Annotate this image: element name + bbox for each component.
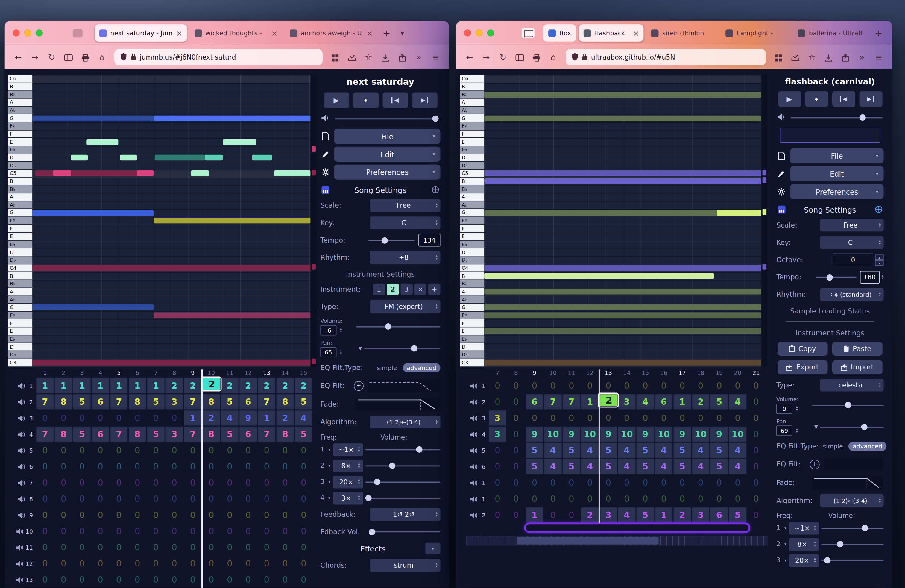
channel-mute-button[interactable]: 8 [9,491,36,507]
file-menu-button[interactable]: File▾ [790,148,883,164]
pattern-cell[interactable]: 8 [276,394,294,410]
tab-box[interactable]: Box [543,24,576,41]
note-bar[interactable] [484,265,761,271]
piano-key[interactable]: B♭ [8,280,32,288]
pattern-cell[interactable]: 0 [91,507,110,523]
bar-number[interactable]: 17 [673,369,692,378]
piano-key[interactable]: A♭ [8,296,32,304]
lock-icon[interactable] [130,52,136,63]
pattern-cell[interactable]: 3 [599,507,618,523]
pattern-cell[interactable]: 0 [747,491,765,507]
pattern-cell[interactable]: 5 [673,458,692,475]
pattern-cell[interactable]: 0 [147,442,165,458]
pattern-cell[interactable]: 0 [165,458,184,475]
paste-instrument-button[interactable]: Paste [832,342,883,356]
pattern-cell[interactable]: 0 [128,523,147,539]
pattern-cell[interactable]: 4 [636,394,654,410]
pattern-cell[interactable]: 0 [488,491,507,507]
pattern-cell[interactable]: 0 [147,491,165,507]
pattern-cell[interactable]: 4 [618,458,636,475]
pattern-cell[interactable]: 0 [294,539,313,555]
scale-select[interactable]: Free▴▾ [370,199,440,212]
pattern-cell[interactable]: 0 [294,458,313,475]
pattern-cell[interactable]: 5 [525,458,544,475]
firefox-view-icon[interactable] [73,29,83,37]
pattern-cell[interactable]: 9 [673,426,692,442]
pattern-cell[interactable]: 6 [654,394,673,410]
bar-number[interactable]: 12 [581,369,599,378]
pan-input[interactable]: 65 [320,347,337,358]
note-bar[interactable] [191,170,209,176]
op3-volume-slider[interactable] [365,478,441,486]
pattern-cell[interactable]: 0 [54,507,73,523]
pattern-cell[interactable]: 2 [257,378,276,394]
bar-number[interactable]: 3 [73,369,91,378]
channel-mute-button[interactable]: 11 [9,539,36,555]
pattern-cell[interactable]: 0 [202,491,221,507]
bar-number[interactable]: 13 [599,369,618,378]
piano-key[interactable]: E [8,138,32,146]
piano-key[interactable]: C3 [460,359,484,367]
piano-key[interactable]: F♯ [8,217,32,225]
pattern-cell[interactable]: 0 [562,491,581,507]
back-button[interactable]: ← [462,45,477,69]
piano-key[interactable]: A [8,99,32,106]
pattern-cell[interactable]: 2 [221,378,239,394]
op-dropdown-icon[interactable]: ▾ [784,558,786,563]
pattern-cell[interactable]: 3 [488,426,507,442]
pattern-cell[interactable]: 0 [128,442,147,458]
piano-key[interactable]: E♭ [460,241,484,248]
pattern-cell[interactable]: 2 [165,378,184,394]
piano-key[interactable]: B [8,272,32,280]
pattern-cell[interactable]: 0 [562,410,581,426]
prev-bar-button[interactable]: ◀ [832,91,855,107]
next-bar-button[interactable]: ▶ [859,91,882,107]
pattern-cell[interactable]: 10 [544,426,562,442]
note-bar[interactable] [120,155,137,161]
pattern-cell[interactable]: 0 [91,572,110,588]
bar-number[interactable]: 2 [54,369,73,378]
pattern-cell[interactable]: 0 [73,507,91,523]
chords-select[interactable]: strum▴▾ [370,559,440,572]
pattern-cell[interactable]: 0 [239,491,257,507]
record-button[interactable]: ● [805,91,828,107]
minimize-window-button[interactable] [476,29,483,36]
pattern-cell[interactable]: 2 [276,410,294,426]
pattern-cell[interactable]: 0 [165,442,184,458]
pattern-cell[interactable]: 0 [36,410,54,426]
piano-key[interactable]: A♭ [460,201,484,209]
note-editor[interactable] [484,75,761,367]
sidebar-icon[interactable] [512,45,528,69]
pattern-cell[interactable]: 4 [654,458,673,475]
piano-key[interactable]: F [8,130,32,138]
op1-volume-slider[interactable] [365,446,441,453]
piano-key[interactable]: A [460,194,484,201]
pattern-cell[interactable]: 0 [488,378,507,394]
bar-number[interactable]: 16 [654,369,673,378]
home-button[interactable]: ⌂ [94,45,110,69]
note-bar[interactable] [32,265,311,271]
pattern-cell[interactable]: 0 [294,523,313,539]
reload-button[interactable]: ↻ [495,45,511,69]
piano-key[interactable]: F [460,225,484,233]
piano-key[interactable]: G [8,209,32,217]
channel-mute-button[interactable]: 6 [462,458,488,475]
pattern-cell[interactable]: 8 [54,426,73,442]
op2-freq-select[interactable]: 8×▴▾ [333,459,363,472]
piano-key[interactable]: A [460,288,484,296]
op2-freq-select[interactable]: 8×▴▾ [789,538,819,550]
pattern-cell[interactable]: 0 [276,458,294,475]
pattern-cell[interactable]: 0 [544,378,562,394]
close-window-button[interactable] [13,29,19,36]
note-bar[interactable] [32,359,311,365]
pattern-cell[interactable]: 0 [294,572,313,588]
pattern-cell[interactable]: 0 [36,491,54,507]
pattern-cell[interactable]: 0 [54,555,73,572]
bar-number[interactable]: 13 [257,369,276,378]
eq-filter-graph[interactable] [824,458,884,470]
bar-number[interactable]: 21 [747,369,765,378]
pattern-cell[interactable]: 6 [710,507,729,523]
pattern-cell[interactable]: 0 [202,458,221,475]
pattern-cell[interactable]: 3 [488,410,507,426]
instrument-volume-slider[interactable] [356,323,441,330]
